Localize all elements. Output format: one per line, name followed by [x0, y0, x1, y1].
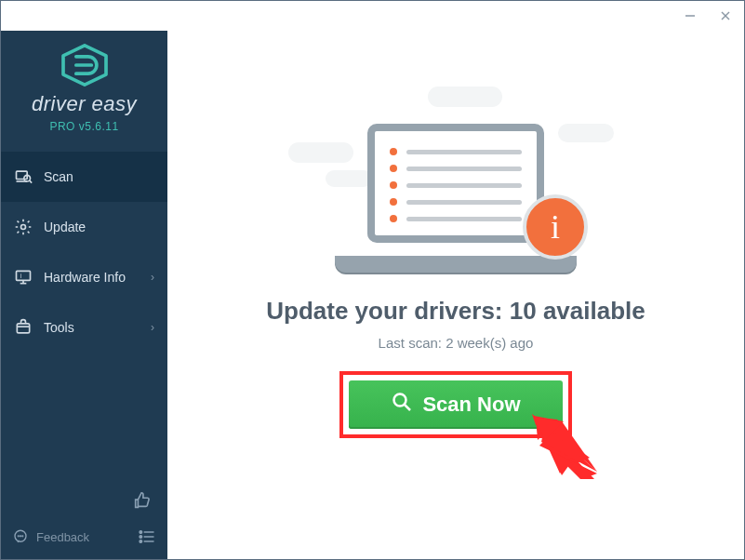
nav-item-update[interactable]: Update [1, 202, 167, 252]
close-button[interactable] [712, 5, 738, 27]
nav-label: Scan [44, 169, 73, 184]
nav-label: Tools [44, 320, 74, 335]
last-scan-prefix: Last scan: [379, 335, 446, 351]
app-version: PRO v5.6.11 [49, 120, 118, 133]
svg-line-25 [405, 405, 410, 410]
headline-prefix: Update your drivers: [266, 297, 510, 325]
laptop-icon [353, 124, 558, 273]
gear-icon [14, 218, 33, 236]
monitor-icon: i [14, 268, 33, 287]
headline: Update your drivers: 10 available [266, 297, 645, 326]
svg-point-17 [22, 536, 23, 537]
svg-text:i: i [20, 273, 22, 279]
chevron-right-icon: › [151, 321, 154, 334]
svg-point-20 [140, 536, 142, 539]
feedback-label: Feedback [36, 530, 89, 544]
sidebar: driver easy PRO v5.6.11 Scan [1, 31, 167, 559]
search-icon [391, 391, 413, 419]
app-window: driver easy PRO v5.6.11 Scan [0, 0, 745, 560]
menu-icon[interactable] [138, 528, 156, 545]
headline-suffix: available [537, 297, 645, 325]
svg-point-16 [20, 536, 21, 537]
illustration: i [316, 87, 595, 273]
available-count: 10 [510, 297, 537, 325]
svg-point-24 [394, 394, 406, 407]
nav-item-hardware-info[interactable]: i Hardware Info › [1, 252, 167, 302]
info-badge-icon: i [523, 194, 588, 260]
content: driver easy PRO v5.6.11 Scan [1, 31, 744, 559]
nav-label: Update [44, 220, 86, 234]
feedback-button[interactable]: Feedback [12, 528, 89, 545]
brand: driver easy PRO v5.6.11 [1, 31, 167, 152]
nav: Scan Update [1, 152, 167, 353]
svg-rect-13 [17, 324, 29, 333]
titlebar [1, 1, 744, 31]
last-scan: Last scan: 2 week(s) ago [379, 335, 534, 351]
minimize-button[interactable] [677, 5, 703, 27]
chevron-right-icon: › [151, 271, 154, 284]
app-name: driver easy [32, 92, 137, 116]
tools-icon [14, 318, 33, 337]
app-logo-icon [59, 44, 111, 87]
scan-button-label: Scan Now [422, 393, 520, 417]
sidebar-footer: Feedback [1, 514, 167, 559]
thumbs-up-icon[interactable] [132, 490, 153, 514]
last-scan-value: 2 week(s) ago [446, 335, 533, 351]
svg-point-18 [140, 531, 142, 534]
scan-icon [14, 167, 33, 186]
svg-point-15 [18, 536, 19, 537]
main-panel: i Update your drivers: 10 available Last… [167, 31, 744, 559]
svg-line-7 [30, 180, 32, 183]
chat-icon [12, 528, 29, 545]
callout-arrow-icon [525, 407, 608, 485]
thumbs-row [1, 490, 167, 514]
svg-point-22 [140, 540, 142, 543]
nav-label: Hardware Info [44, 270, 126, 285]
nav-item-tools[interactable]: Tools › [1, 302, 167, 353]
svg-rect-9 [17, 271, 31, 280]
svg-point-8 [21, 225, 26, 230]
nav-item-scan[interactable]: Scan [1, 152, 167, 202]
